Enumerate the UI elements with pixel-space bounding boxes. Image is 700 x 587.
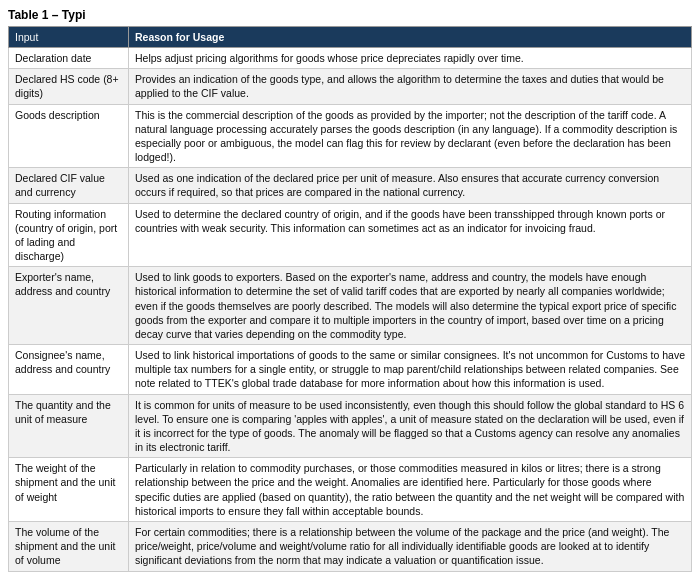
- table-row: Exporter's name, address and countryUsed…: [9, 267, 692, 345]
- cell-input: The volume of the shipment and the unit …: [9, 521, 129, 571]
- table-row: The weight of the shipment and the unit …: [9, 458, 692, 522]
- main-table: Input Reason for Usage Declaration dateH…: [8, 26, 692, 572]
- cell-input: Consignee's name, address and country: [9, 345, 129, 395]
- table-row: The volume of the shipment and the unit …: [9, 521, 692, 571]
- table-row: Declared HS code (8+ digits)Provides an …: [9, 69, 692, 104]
- cell-reason: Used to determine the declared country o…: [129, 203, 692, 267]
- cell-reason: Used as one indication of the declared p…: [129, 168, 692, 203]
- page-container: Table 1 – Typi Input Reason for Usage De…: [0, 0, 700, 580]
- table-row: Declared CIF value and currencyUsed as o…: [9, 168, 692, 203]
- cell-reason: This is the commercial description of th…: [129, 104, 692, 168]
- table-row: Goods descriptionThis is the commercial …: [9, 104, 692, 168]
- cell-input: Declared HS code (8+ digits): [9, 69, 129, 104]
- cell-reason: Provides an indication of the goods type…: [129, 69, 692, 104]
- cell-reason: Helps adjust pricing algorithms for good…: [129, 48, 692, 69]
- cell-input: Goods description: [9, 104, 129, 168]
- header-reason: Reason for Usage: [129, 27, 692, 48]
- cell-reason: Used to link goods to exporters. Based o…: [129, 267, 692, 345]
- table-title: Table 1 – Typi: [8, 8, 692, 22]
- table-body: Declaration dateHelps adjust pricing alg…: [9, 48, 692, 572]
- cell-input: Declared CIF value and currency: [9, 168, 129, 203]
- cell-reason: Particularly in relation to commodity pu…: [129, 458, 692, 522]
- table-row: Declaration dateHelps adjust pricing alg…: [9, 48, 692, 69]
- cell-input: Exporter's name, address and country: [9, 267, 129, 345]
- cell-reason: It is common for units of measure to be …: [129, 394, 692, 458]
- cell-input: The weight of the shipment and the unit …: [9, 458, 129, 522]
- cell-reason: Used to link historical importations of …: [129, 345, 692, 395]
- table-header-row: Input Reason for Usage: [9, 27, 692, 48]
- cell-input: Declaration date: [9, 48, 129, 69]
- cell-input: The quantity and the unit of measure: [9, 394, 129, 458]
- table-row: The quantity and the unit of measureIt i…: [9, 394, 692, 458]
- table-row: Routing information (country of origin, …: [9, 203, 692, 267]
- cell-input: Routing information (country of origin, …: [9, 203, 129, 267]
- header-input: Input: [9, 27, 129, 48]
- table-row: Consignee's name, address and countryUse…: [9, 345, 692, 395]
- cell-reason: For certain commodities; there is a rela…: [129, 521, 692, 571]
